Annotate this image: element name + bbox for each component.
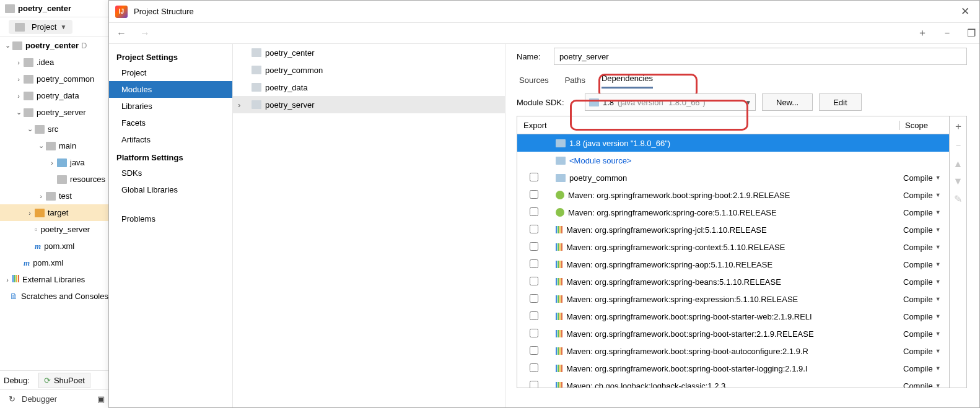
- close-icon[interactable]: ✕: [957, 4, 973, 19]
- chevron-down-icon[interactable]: ▼: [935, 296, 941, 302]
- tree-row[interactable]: ·▫poetry_server: [0, 221, 108, 238]
- category-item-artifacts[interactable]: Artifacts: [109, 131, 232, 148]
- dependency-row[interactable]: Maven: org.springframework:spring-aop:5.…: [517, 256, 949, 273]
- export-checkbox[interactable]: [530, 277, 538, 285]
- expand-icon[interactable]: ⌄: [2, 41, 12, 50]
- dependency-row[interactable]: <Module source>: [517, 152, 949, 169]
- more-icon[interactable]: ▣: [97, 394, 105, 404]
- chevron-down-icon[interactable]: ▼: [935, 175, 941, 181]
- chevron-down-icon[interactable]: ▼: [935, 227, 941, 233]
- category-item-facets[interactable]: Facets: [109, 115, 232, 131]
- dependency-row[interactable]: poetry_commonCompile▼: [517, 169, 949, 186]
- dependency-row[interactable]: Maven: org.springframework.boot:spring-b…: [517, 325, 949, 342]
- rerun-icon[interactable]: ↻: [9, 394, 15, 404]
- expand-icon[interactable]: ›: [47, 159, 57, 167]
- new-sdk-button[interactable]: New...: [762, 93, 813, 111]
- module-row[interactable]: poetry_data: [233, 79, 505, 96]
- tab-dependencies[interactable]: Dependencies: [602, 70, 653, 89]
- tree-row[interactable]: ⌄poetry_server: [0, 104, 108, 121]
- tree-row[interactable]: ·mpom.xml: [0, 254, 108, 271]
- tree-row[interactable]: ›.idea: [0, 54, 108, 71]
- expand-icon[interactable]: ›: [2, 276, 12, 284]
- module-row[interactable]: poetry_common: [233, 61, 505, 79]
- dependency-row[interactable]: Maven: org.springframework.boot:spring-b…: [517, 360, 949, 377]
- project-tree[interactable]: ⌄poetry_center D›.idea›poetry_common›poe…: [0, 37, 108, 408]
- chevron-down-icon[interactable]: ▼: [935, 348, 941, 354]
- dependency-row[interactable]: 1.8 (java version "1.8.0_66"): [517, 134, 949, 152]
- tree-row[interactable]: ›poetry_common: [0, 71, 108, 87]
- tree-row[interactable]: ·resources: [0, 171, 108, 188]
- tree-row[interactable]: ›poetry_data: [0, 87, 108, 104]
- expand-icon[interactable]: ›: [14, 59, 24, 66]
- category-item-project[interactable]: Project: [109, 64, 232, 81]
- tree-row[interactable]: ⌄main: [0, 137, 108, 154]
- dependency-row[interactable]: Maven: org.springframework.boot:spring-b…: [517, 308, 949, 325]
- tree-row[interactable]: ·🗎Scratches and Consoles: [0, 288, 108, 305]
- category-item-global-libraries[interactable]: Global Libraries: [109, 181, 232, 198]
- category-item-modules[interactable]: Modules: [109, 81, 232, 98]
- dependency-row[interactable]: Maven: org.springframework:spring-beans:…: [517, 273, 949, 290]
- export-checkbox[interactable]: [530, 259, 538, 268]
- tree-row[interactable]: ›test: [0, 188, 108, 204]
- tree-row[interactable]: ›target: [0, 204, 108, 221]
- tree-row[interactable]: ·mpom.xml: [0, 238, 108, 254]
- tree-row[interactable]: ›External Libraries: [0, 271, 108, 288]
- chevron-down-icon[interactable]: ▼: [935, 209, 941, 215]
- chevron-down-icon[interactable]: ▼: [935, 331, 941, 337]
- copy-icon[interactable]: ❐: [965, 25, 978, 41]
- chevron-down-icon[interactable]: ▼: [935, 313, 941, 319]
- export-checkbox[interactable]: [530, 363, 538, 372]
- module-row[interactable]: poetry_server: [233, 96, 505, 113]
- chevron-down-icon[interactable]: ▼: [935, 279, 941, 285]
- project-view-dropdown[interactable]: Project ▼: [9, 20, 72, 34]
- dependency-row[interactable]: Maven: org.springframework:spring-contex…: [517, 238, 949, 256]
- debug-run-config[interactable]: ⟳ ShuPoet: [38, 373, 90, 388]
- dependency-row[interactable]: Maven: org.springframework:spring-expres…: [517, 290, 949, 308]
- tree-row[interactable]: ⌄src: [0, 121, 108, 137]
- export-checkbox[interactable]: [530, 173, 538, 181]
- export-checkbox[interactable]: [530, 381, 538, 388]
- dependency-row[interactable]: Maven: org.springframework.boot:spring-b…: [517, 342, 949, 360]
- chevron-down-icon[interactable]: ▼: [935, 383, 941, 388]
- remove-icon[interactable]: －: [940, 24, 955, 42]
- export-checkbox[interactable]: [530, 311, 538, 320]
- category-item-problems[interactable]: Problems: [109, 211, 232, 227]
- module-row[interactable]: poetry_center: [233, 44, 505, 61]
- dependency-row[interactable]: Maven: org.springframework:spring-core:5…: [517, 204, 949, 221]
- edit-sdk-button[interactable]: Edit: [819, 93, 861, 111]
- expand-icon[interactable]: ⌄: [25, 125, 35, 133]
- export-checkbox[interactable]: [530, 329, 538, 337]
- expand-icon[interactable]: ⌄: [14, 108, 24, 116]
- expand-icon[interactable]: ›: [14, 76, 24, 83]
- chevron-down-icon[interactable]: ▼: [935, 261, 941, 267]
- chevron-down-icon[interactable]: ▼: [935, 192, 941, 198]
- category-item-libraries[interactable]: Libraries: [109, 98, 232, 115]
- export-checkbox[interactable]: [530, 207, 538, 216]
- expand-icon[interactable]: ›: [14, 92, 24, 100]
- dependency-row[interactable]: Maven: org.springframework:spring-jcl:5.…: [517, 221, 949, 238]
- breadcrumb-title[interactable]: poetry_center: [18, 4, 71, 13]
- tree-row[interactable]: ›java: [0, 154, 108, 171]
- chevron-down-icon[interactable]: ▼: [935, 244, 941, 250]
- export-checkbox[interactable]: [530, 225, 538, 233]
- module-name-input[interactable]: [554, 48, 967, 65]
- tab-paths[interactable]: Paths: [565, 72, 585, 89]
- dependency-row[interactable]: Maven: ch.qos.logback:logback-classic:1.…: [517, 377, 949, 388]
- export-checkbox[interactable]: [530, 346, 538, 355]
- expand-icon[interactable]: ›: [36, 193, 46, 200]
- export-checkbox[interactable]: [530, 294, 538, 303]
- expand-icon[interactable]: ›: [25, 209, 35, 217]
- expand-icon[interactable]: ⌄: [36, 142, 46, 150]
- add-icon[interactable]: ＋: [915, 24, 930, 42]
- debugger-tab[interactable]: Debugger: [22, 394, 57, 404]
- nav-back-icon[interactable]: ←: [114, 25, 129, 41]
- dependencies-table[interactable]: Export Scope 1.8 (java version "1.8.0_66…: [517, 116, 949, 388]
- export-checkbox[interactable]: [530, 190, 538, 199]
- module-sdk-dropdown[interactable]: 1.8 (java version "1.8.0_66") ▼: [585, 93, 756, 111]
- dependency-row[interactable]: Maven: org.springframework.boot:spring-b…: [517, 186, 949, 204]
- tree-row[interactable]: ⌄poetry_center D: [0, 37, 108, 54]
- tab-sources[interactable]: Sources: [519, 72, 549, 89]
- category-item-sdks[interactable]: SDKs: [109, 165, 232, 181]
- module-list[interactable]: poetry_centerpoetry_commonpoetry_datapoe…: [233, 44, 505, 407]
- export-checkbox[interactable]: [530, 242, 538, 251]
